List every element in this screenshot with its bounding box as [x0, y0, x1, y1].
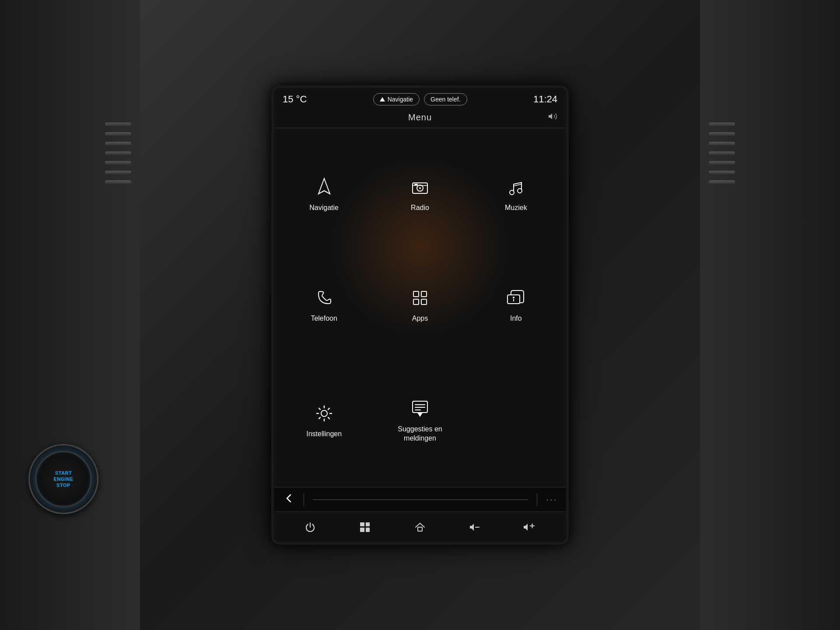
svg-line-9 [514, 184, 522, 186]
info-label: Info [510, 314, 522, 323]
temperature-display: 15 °C [283, 94, 307, 105]
media-divider-right [537, 493, 537, 506]
menu-grid: Navigatie Radio [274, 128, 566, 487]
screen-content: 15 °C Navigatie Geen telef. 11:24 Menu [274, 88, 566, 542]
radio-icon [409, 176, 431, 198]
status-bar: 15 °C Navigatie Geen telef. 11:24 [274, 88, 566, 109]
svg-marker-0 [549, 114, 552, 119]
menu-item-suggesties[interactable]: Suggesties en meldingen [374, 363, 466, 478]
svg-point-8 [518, 189, 522, 193]
grid-menu-button[interactable] [355, 517, 375, 537]
apps-label: Apps [412, 314, 428, 323]
menu-item-apps[interactable]: Apps [374, 252, 466, 358]
menu-item-telefoon[interactable]: Telefoon [278, 252, 370, 358]
suggestions-icon [409, 398, 431, 420]
back-button[interactable] [283, 492, 295, 507]
dashboard-right [700, 0, 840, 630]
phone-button[interactable]: Geen telef. [424, 93, 467, 105]
home-button[interactable] [410, 517, 430, 537]
svg-marker-1 [318, 178, 330, 194]
navigation-button[interactable]: Navigatie [373, 93, 420, 105]
svg-point-17 [321, 410, 327, 416]
svg-point-4 [419, 187, 421, 189]
radio-label: Radio [411, 203, 429, 213]
menu-title: Menu [408, 112, 432, 122]
bottom-section: ··· [274, 487, 566, 542]
phone-icon [313, 287, 335, 309]
muziek-label: Muziek [505, 203, 527, 213]
volume-down-button[interactable] [465, 517, 485, 537]
media-more-icon[interactable]: ··· [546, 494, 557, 504]
settings-icon [313, 402, 335, 424]
hardware-buttons-bar [274, 511, 566, 542]
nav-triangle-icon [380, 97, 385, 102]
start-stop-button[interactable]: START ENGINE STOP [35, 451, 92, 508]
svg-rect-13 [421, 299, 427, 304]
svg-point-7 [510, 190, 514, 195]
menu-item-navigatie[interactable]: Navigatie [278, 141, 370, 248]
media-bar: ··· [274, 487, 566, 511]
instellingen-label: Instellingen [306, 430, 342, 439]
apps-icon [409, 287, 431, 309]
car-dashboard: START ENGINE STOP 15 °C Navigatie Geen t… [0, 0, 840, 630]
infotainment-screen: 15 °C Navigatie Geen telef. 11:24 Menu [271, 85, 569, 545]
music-icon [505, 176, 527, 198]
svg-marker-25 [524, 524, 528, 531]
start-stop-label: START ENGINE STOP [53, 470, 73, 489]
svg-rect-12 [413, 299, 419, 304]
status-buttons: Navigatie Geen telef. [373, 93, 467, 105]
menu-item-muziek[interactable]: Muziek [470, 141, 562, 248]
svg-marker-23 [470, 524, 474, 531]
navigatie-label: Navigatie [309, 203, 339, 213]
media-divider [304, 493, 304, 506]
svg-rect-22 [418, 527, 422, 531]
grid-icon [360, 522, 370, 532]
svg-rect-10 [413, 291, 419, 297]
menu-title-bar: Menu [274, 109, 566, 128]
suggesties-label: Suggesties en meldingen [398, 425, 442, 443]
menu-item-info[interactable]: Info [470, 252, 562, 358]
dashboard-left [0, 0, 140, 630]
speaker-icon [548, 112, 557, 123]
power-button[interactable] [300, 517, 320, 537]
svg-point-15 [513, 297, 514, 298]
media-progress-bar [313, 499, 528, 500]
clock-display: 11:24 [533, 94, 557, 105]
menu-item-instellingen[interactable]: Instellingen [278, 363, 370, 478]
info-icon [505, 287, 527, 309]
navigation-icon [313, 176, 335, 198]
menu-item-radio[interactable]: Radio [374, 141, 466, 248]
svg-rect-11 [421, 291, 427, 297]
telefoon-label: Telefoon [311, 314, 337, 323]
svg-rect-6 [414, 184, 418, 185]
volume-up-button[interactable] [520, 517, 540, 537]
